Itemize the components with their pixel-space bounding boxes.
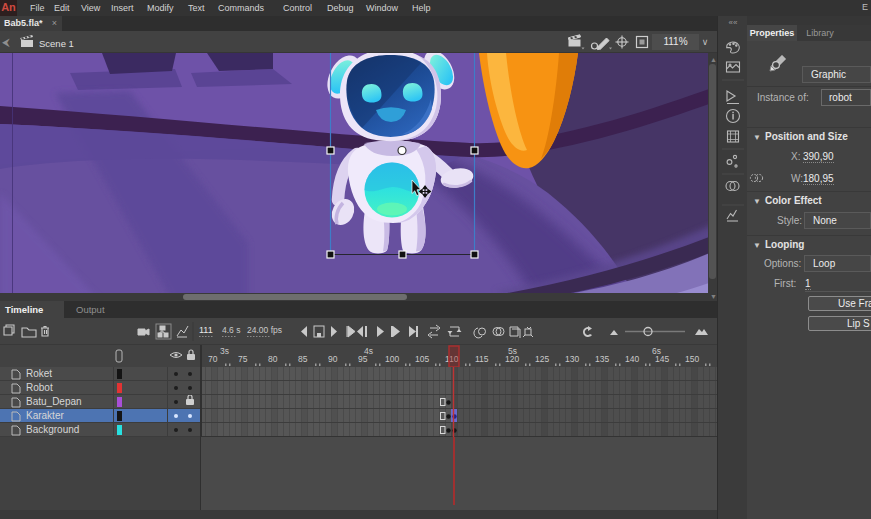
svg-text:««: «« [729, 18, 738, 27]
svg-text:24.00 fps: 24.00 fps [247, 325, 282, 335]
svg-text:111: 111 [199, 325, 213, 335]
svg-text:4.6 s: 4.6 s [222, 325, 240, 335]
